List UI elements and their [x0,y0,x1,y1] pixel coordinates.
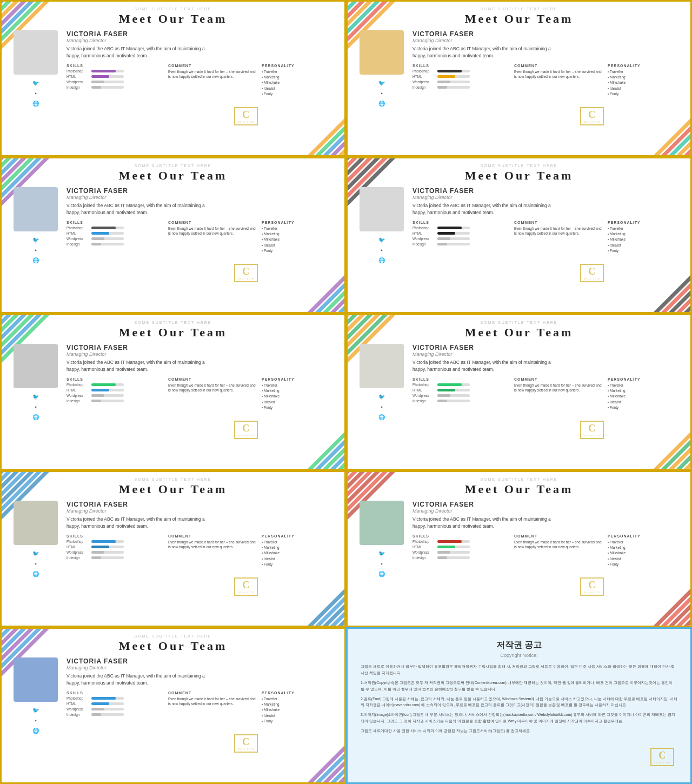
skill-label: Wordpress [66,237,89,241]
watermark-letter: C [238,736,254,748]
skill-bar-bg [437,540,470,543]
right-column: VICTORIA FASER Managing Director Victori… [66,187,335,307]
comment-col: COMMENT Even though we made it hard for … [168,377,257,411]
skill-label: Photoshop [412,226,435,230]
bio-text: Victoria joined the ABC as IT Manager, w… [66,359,218,373]
svg-marker-138 [340,778,346,784]
twitter-icon: 🐦 [378,236,385,243]
personality-list: TravellerMarketingMilkshakeIdealistFooty [608,69,681,97]
slide-2: C 2014-1178 SOME SUBTITLE TEXT HERE Meet… [346,0,692,157]
slide-main-title: Meet Our Team [357,482,681,496]
person-title: Managing Director [66,508,335,514]
personality-item: Traveller [262,383,335,388]
svg-marker-18 [348,2,357,11]
skill-bar-bg [437,394,470,397]
social-icons: 🐦 ▪ 🌐 [32,393,39,421]
skill-bar-fill [437,546,455,548]
slide-3: C 2014-1178 SOME SUBTITLE TEXT HERE Meet… [0,157,346,314]
person-name: VICTORIA FASER [66,187,335,195]
slide-main-title: Meet Our Team [357,325,681,340]
skill-label: Photoshop [66,69,89,73]
globe-icon: 🌐 [32,99,39,107]
slide-7: C 2014-1178 SOME SUBTITLE TEXT HERE Meet… [0,470,346,627]
skill-item-2: Wordpress [412,80,510,84]
copyright-para-1: 1.서작권(Copyright) 본 그림도은 모두 저 저작권의 그림으로써 … [361,680,677,693]
personality-item: Footy [608,405,681,410]
globe-icon: 🌐 [378,570,385,577]
skill-label: Photoshop [412,69,435,73]
skill-bar-bg [91,540,124,543]
svg-marker-97 [2,472,4,474]
skill-bar-bg [91,708,124,710]
globe-icon: 🌐 [32,413,39,421]
comment-col: COMMENT Even though we made it hard for … [514,221,603,254]
skill-item-2: Wordpress [412,237,510,241]
skill-item-2: Wordpress [412,394,510,397]
bio-text: Victoria joined the ABC as IT Manager, w… [66,45,218,59]
copyright-body: 그림도 세트로 이용하거나 일부만 발췌하여 유포할경우 해당저작권자 수익사업… [361,663,677,738]
left-column: 🐦 ▪ 🌐 [11,657,60,777]
skill-item-1: HTML [412,75,510,78]
skills-header: SKILLS [412,377,510,381]
slide-subtitle: SOME SUBTITLE TEXT HERE [11,7,335,11]
social-icons: 🐦 ▪ 🌐 [378,236,385,264]
slide-subtitle: SOME SUBTITLE TEXT HERE [11,477,335,481]
skill-label: HTML [66,388,89,392]
slide-subtitle: SOME SUBTITLE TEXT HERE [357,7,681,11]
skill-bar-fill [437,551,450,554]
skill-item-3: Indesign [412,556,510,560]
watermark-letter: C [584,266,600,277]
twitter-icon: 🐦 [32,706,39,714]
comment-header: COMMENT [514,221,603,224]
skill-label: Wordpress [412,80,435,84]
watermark-letter: C [238,423,254,434]
personality-header: PERSONALITY [262,691,335,695]
watermark-code: 2014-1178 [584,277,600,280]
square-icon: ▪ [32,560,39,567]
square-icon: ▪ [32,403,39,410]
skill-label: Photoshop [66,696,89,700]
skill-item-1: HTML [66,75,164,78]
personality-item: Milkshake [262,237,335,242]
skill-bar-fill [91,546,109,548]
personality-list: TravellerMarketingMilkshakeIdealistFooty [608,226,681,254]
right-column: VICTORIA FASER Managing Director Victori… [66,657,335,777]
skill-item-2: Wordpress [66,550,164,554]
comment-col: COMMENT Even though we made it hard for … [168,534,257,568]
slide-subtitle: SOME SUBTITLE TEXT HERE [357,164,681,168]
social-icons: 🐦 ▪ 🌐 [378,79,385,107]
right-column: VICTORIA FASER Managing Director Victori… [66,344,335,463]
comment-header: COMMENT [168,64,257,68]
skill-item-3: Indesign [412,399,510,403]
skill-bar-bg [91,394,124,397]
stats-row: SKILLS Photoshop HTML [66,221,335,254]
social-icons: 🐦 ▪ 🌐 [32,706,39,734]
skill-label: Wordpress [66,707,89,711]
personality-col: PERSONALITY TravellerMarketingMilkshakeI… [262,64,335,97]
twitter-icon: 🐦 [32,236,39,243]
skill-bar-fill [91,86,101,89]
skill-bar-fill [91,237,104,240]
skill-label: Photoshop [412,383,435,387]
personality-list: TravellerMarketingMilkshakeIdealistFooty [262,540,335,568]
svg-marker-90 [686,464,692,470]
personality-col: PERSONALITY TravellerMarketingMilkshakeI… [608,64,681,97]
skill-item-1: HTML [66,231,164,235]
skill-bar-fill [437,70,462,72]
slide-6: C 2014-1178 SOME SUBTITLE TEXT HERE Meet… [346,314,692,470]
bio-text: Victoria joined the ABC as IT Manager, w… [412,45,564,59]
person-title: Managing Director [412,195,681,200]
comment-col: COMMENT Even though we made it hard for … [168,221,257,254]
bio-text: Victoria joined the ABC as IT Manager, w… [66,673,218,687]
watermark: C 2014-1178 [234,264,258,282]
skill-bar-bg [91,713,124,716]
slide-8: C 2014-1178 SOME SUBTITLE TEXT HERE Meet… [346,470,692,627]
avatar [360,187,404,231]
skill-bar-bg [437,551,470,554]
skill-label: Indesign [66,399,89,403]
svg-marker-42 [340,308,346,314]
skill-bar-bg [91,232,124,235]
person-name: VICTORIA FASER [66,657,335,665]
person-name: VICTORIA FASER [412,187,681,195]
comment-text: Even though we made it hard for her – sh… [514,540,603,550]
